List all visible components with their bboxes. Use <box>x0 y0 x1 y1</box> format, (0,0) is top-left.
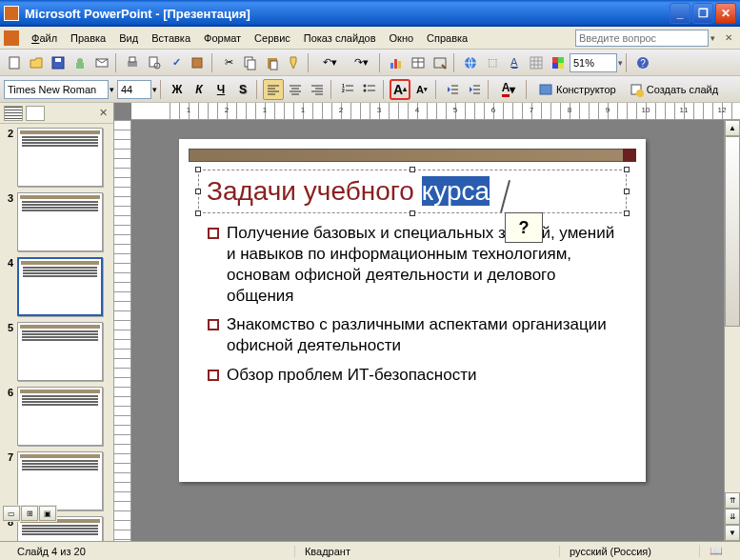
font-size-select[interactable] <box>117 80 151 99</box>
print-button[interactable] <box>122 52 143 73</box>
tables-borders-button[interactable] <box>430 52 450 73</box>
align-right-button[interactable] <box>307 79 328 100</box>
thumbnail-row[interactable]: 3 <box>2 192 111 251</box>
dropdown-icon[interactable]: ▾ <box>710 33 715 43</box>
panel-close-button[interactable]: ✕ <box>96 107 110 119</box>
menu-service[interactable]: Сервис <box>248 30 297 46</box>
show-grid-button[interactable] <box>526 52 547 73</box>
decrease-font-button[interactable]: A▾ <box>411 79 432 100</box>
insert-chart-button[interactable] <box>386 52 407 73</box>
scroll-thumb[interactable] <box>725 136 740 327</box>
next-slide-button[interactable]: ⇊ <box>725 509 740 525</box>
scroll-up-button[interactable]: ▲ <box>725 120 740 136</box>
design-button[interactable]: Конструктор <box>532 80 622 99</box>
thumbnail-slide[interactable] <box>17 451 103 510</box>
thumbnail-row[interactable]: 2 <box>2 128 111 187</box>
email-button[interactable] <box>91 52 112 73</box>
thumbnail-slide[interactable] <box>17 257 103 316</box>
slide-canvas[interactable]: Задачи учебного курса Получение базовых … <box>131 120 740 541</box>
expand-all-button[interactable]: ⬚ <box>482 52 503 73</box>
slide-title-text[interactable]: Задачи учебного курса <box>207 176 618 207</box>
new-button[interactable] <box>4 52 25 73</box>
slide-body-list[interactable]: Получение базовых и специальных знаний, … <box>208 223 617 386</box>
thumbnail-slide[interactable] <box>17 387 103 446</box>
show-formatting-button[interactable]: A̲ <box>504 52 525 73</box>
list-item[interactable]: Обзор проблем ИТ-безопасности <box>208 365 617 386</box>
svg-rect-4 <box>76 63 84 69</box>
hyperlink-button[interactable] <box>460 52 481 73</box>
undo-button[interactable]: ↶▾ <box>314 52 345 73</box>
thumbnail-slide[interactable] <box>17 128 103 187</box>
zoom-dropdown-icon[interactable]: ▾ <box>618 58 623 68</box>
close-button[interactable]: ✕ <box>715 3 736 24</box>
save-button[interactable] <box>48 52 69 73</box>
font-select[interactable] <box>4 80 109 99</box>
svg-point-50 <box>364 84 367 87</box>
increase-indent-button[interactable] <box>464 79 485 100</box>
scroll-down-button[interactable]: ▼ <box>725 525 740 541</box>
svg-text:2: 2 <box>342 88 345 93</box>
slides-tab[interactable] <box>26 106 45 121</box>
menu-edit[interactable]: Правка <box>64 30 112 46</box>
menu-insert[interactable]: Вставка <box>145 30 197 46</box>
menu-help[interactable]: Справка <box>420 30 474 46</box>
thumbnail-row[interactable]: 7 <box>2 451 111 510</box>
outline-tab[interactable] <box>4 106 23 121</box>
size-dropdown-icon[interactable]: ▾ <box>152 85 157 94</box>
insert-table-button[interactable] <box>408 52 429 73</box>
zoom-input[interactable] <box>570 53 617 72</box>
bullets-button[interactable] <box>359 79 380 100</box>
format-painter-button[interactable] <box>284 52 305 73</box>
menu-file[interactable]: Фdocument.currentScript.previousSibling.… <box>25 30 64 46</box>
help-button[interactable]: ? <box>632 52 653 73</box>
cut-button[interactable]: ✂ <box>218 52 239 73</box>
thumbnail-row[interactable]: 5 <box>2 322 111 381</box>
color-button[interactable] <box>548 52 569 73</box>
bold-button[interactable]: Ж <box>167 79 188 100</box>
text-shadow-button[interactable]: S <box>232 79 253 100</box>
align-left-button[interactable] <box>263 79 284 100</box>
list-item[interactable]: Получение базовых и специальных знаний, … <box>208 223 617 307</box>
normal-view-button[interactable]: ▭ <box>3 506 20 521</box>
menu-format[interactable]: Формат <box>197 30 248 46</box>
new-slide-button[interactable]: Создать слайд <box>623 80 724 99</box>
slideshow-view-button[interactable]: ▣ <box>39 506 56 521</box>
research-button[interactable] <box>188 52 209 73</box>
numbering-button[interactable]: 12 <box>337 79 358 100</box>
menu-view[interactable]: Вид <box>112 30 145 46</box>
thumbnail-slide[interactable] <box>17 192 103 251</box>
maximize-button[interactable]: ❐ <box>692 3 713 24</box>
menu-window[interactable]: Окно <box>383 30 421 46</box>
permissions-button[interactable] <box>70 52 90 73</box>
status-language[interactable]: русский (Россия) <box>559 546 661 557</box>
thumbnail-slide[interactable] <box>17 322 103 381</box>
align-center-button[interactable] <box>285 79 306 100</box>
document-control-icon[interactable] <box>4 30 19 46</box>
vertical-scrollbar[interactable]: ▲ ⇈ ⇊ ▼ <box>724 120 740 541</box>
list-item[interactable]: Знакомство с различными аспектами органи… <box>208 314 617 356</box>
copy-button[interactable] <box>240 52 261 73</box>
italic-button[interactable]: К <box>189 79 210 100</box>
print-preview-button[interactable] <box>144 52 165 73</box>
thumbnail-row[interactable]: 4 <box>2 257 111 316</box>
prev-slide-button[interactable]: ⇈ <box>725 492 740 509</box>
title-placeholder[interactable]: Задачи учебного курса <box>198 170 627 213</box>
status-spellcheck-icon[interactable]: 📖 <box>699 545 732 557</box>
paste-button[interactable] <box>262 52 283 73</box>
spellcheck-button[interactable]: ✓ <box>166 52 187 73</box>
redo-button[interactable]: ↷▾ <box>346 52 376 73</box>
open-button[interactable] <box>26 52 47 73</box>
horizontal-ruler[interactable]: 12112345678910111213141516171819202122 <box>131 103 740 120</box>
help-question-input[interactable] <box>575 30 709 47</box>
doc-close-button[interactable]: ✕ <box>721 30 736 46</box>
font-color-button[interactable]: A ▾ <box>494 79 523 100</box>
thumbnail-row[interactable]: 6 <box>2 387 111 446</box>
vertical-ruler[interactable] <box>114 120 131 541</box>
decrease-indent-button[interactable] <box>442 79 463 100</box>
increase-font-button[interactable]: A▴ <box>390 79 410 100</box>
underline-button[interactable]: Ч <box>210 79 231 100</box>
minimize-button[interactable]: _ <box>670 3 690 24</box>
font-dropdown-icon[interactable]: ▾ <box>110 85 114 94</box>
sorter-view-button[interactable]: ⊞ <box>21 506 38 521</box>
menu-slideshow[interactable]: Показ слайдов <box>297 30 383 46</box>
